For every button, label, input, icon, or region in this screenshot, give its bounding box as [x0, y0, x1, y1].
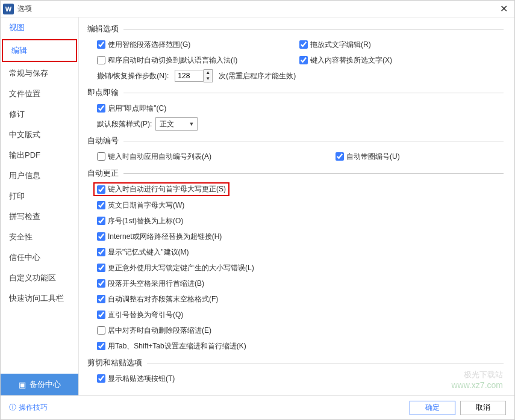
lightbulb-icon: ⓘ: [9, 403, 16, 413]
sidebar-item-general[interactable]: 常规与保存: [1, 63, 78, 84]
sidebar-item-edit[interactable]: 编辑: [2, 39, 77, 62]
sidebar-item-revision[interactable]: 修订: [1, 104, 78, 125]
cb-switch-ime: [97, 56, 105, 64]
cb-first-line-indent: [97, 279, 105, 288]
default-para-select[interactable]: 正文: [155, 117, 198, 131]
tips-link[interactable]: ⓘ 操作技巧: [9, 403, 48, 413]
sidebar-item-view[interactable]: 视图: [1, 17, 78, 38]
checkbox-trailing-space[interactable]: 自动调整右对齐段落末空格格式(F): [97, 292, 504, 306]
checkbox-hyperlink[interactable]: Internet或网络路径替换为超链接(H): [97, 230, 504, 243]
undo-steps-input[interactable]: ▲ ▼: [175, 69, 213, 82]
cb-circle-number: [336, 152, 344, 161]
backup-icon: ▣: [19, 380, 26, 389]
cb-smart-paragraph: [97, 40, 105, 49]
backup-center-button[interactable]: ▣ 备份中心: [1, 374, 78, 395]
backup-label: 备份中心: [30, 379, 61, 390]
cancel-button[interactable]: 取消: [460, 401, 506, 415]
footer: ⓘ 操作技巧 确定 取消: [1, 395, 514, 419]
checkbox-cap-first[interactable]: 键入时自动进行句首字母大写更正(S): [93, 182, 229, 196]
sidebar-item-quick-access[interactable]: 快速访问工具栏: [1, 288, 78, 309]
sidebar-item-file-location[interactable]: 文件位置: [1, 84, 78, 104]
cb-capslock-fix: [97, 264, 105, 272]
undo-steps-label: 撤销/恢复操作步数(N):: [97, 71, 169, 81]
checkbox-enable-click[interactable]: 启用"即点即输"(C): [97, 102, 504, 115]
checkbox-drag-text-edit[interactable]: 拖放式文字编辑(R): [299, 40, 504, 50]
sidebar-item-customize-ribbon[interactable]: 自定义功能区: [1, 268, 78, 288]
checkbox-first-line-indent[interactable]: 段落开头空格采用行首缩进(B): [97, 277, 504, 290]
cb-smart-quotes: [97, 310, 105, 319]
section-title-auto-number: 自动编号: [87, 135, 504, 146]
section-title-click-type: 即点即输: [87, 87, 504, 98]
spin-down-icon[interactable]: ▼: [204, 76, 212, 82]
cb-weekday-cap: [97, 201, 105, 209]
checkbox-weekday-cap[interactable]: 英文日期首字母大写(W): [97, 199, 504, 212]
sidebar-item-chinese-layout[interactable]: 中文版式: [1, 125, 78, 145]
cb-show-paste-btn: [97, 374, 105, 383]
content-panel: 编辑选项 使用智能段落选择范围(G) 拖放式文字编辑(R) 程序启动时自: [79, 17, 514, 395]
checkbox-smart-quotes[interactable]: 直引号替换为弯引号(Q): [97, 308, 504, 321]
checkbox-memory-typing[interactable]: 显示"记忆式键入"建议(M): [97, 246, 504, 259]
cb-apply-list: [97, 152, 105, 161]
cb-remove-indent-center: [97, 326, 105, 335]
checkbox-tab-indent[interactable]: 用Tab、Shift+Tab设置左缩进和首行缩进(K): [97, 339, 504, 353]
window-title: 选项: [17, 4, 495, 14]
cb-hyperlink: [97, 232, 105, 241]
undo-steps-note: 次(需重启程序才能生效): [219, 71, 296, 81]
default-para-label: 默认段落样式(P):: [97, 119, 152, 129]
sidebar-item-output-pdf[interactable]: 输出PDF: [1, 145, 78, 165]
cb-trailing-space: [97, 295, 105, 303]
sidebar-item-trust-center[interactable]: 信任中心: [1, 247, 78, 268]
checkbox-remove-indent-center[interactable]: 居中对齐时自动删除段落缩进(E): [97, 324, 504, 337]
sidebar: 视图 编辑 常规与保存 文件位置 修订 中文版式 输出PDF 用户信息 打印 拼…: [1, 17, 79, 395]
cb-ordinal: [97, 217, 105, 225]
checkbox-show-paste-btn[interactable]: 显示粘贴选项按钮(T): [97, 372, 504, 385]
section-title-edit: 编辑选项: [87, 23, 504, 34]
checkbox-replace-selection[interactable]: 键入内容替换所选文字(X): [299, 55, 504, 66]
spin-up-icon[interactable]: ▲: [204, 70, 212, 76]
cb-replace-selection: [299, 56, 308, 64]
checkbox-circle-number[interactable]: 自动带圈编号(U): [336, 152, 504, 162]
section-title-cut-paste: 剪切和粘贴选项: [87, 357, 504, 368]
cb-enable-click: [97, 104, 105, 113]
sidebar-item-user-info[interactable]: 用户信息: [1, 165, 78, 186]
sidebar-item-print[interactable]: 打印: [1, 186, 78, 206]
titlebar: W 选项 ✕: [1, 1, 514, 17]
cb-cap-first: [97, 185, 105, 194]
section-title-auto-correct: 自动更正: [87, 168, 504, 179]
checkbox-capslock-fix[interactable]: 更正意外使用大写锁定键产生的大小写错误(L): [97, 261, 504, 274]
ok-button[interactable]: 确定: [410, 401, 455, 415]
checkbox-ordinal[interactable]: 序号(1st)替换为上标(O): [97, 214, 504, 227]
close-icon[interactable]: ✕: [495, 3, 512, 14]
sidebar-item-security[interactable]: 安全性: [1, 227, 78, 247]
cb-drag-text: [299, 40, 308, 49]
checkbox-switch-ime[interactable]: 程序启动时自动切换到默认语言输入法(I): [97, 55, 296, 66]
undo-steps-field: [175, 70, 204, 82]
cb-memory-typing: [97, 248, 105, 256]
cb-tab-indent: [97, 342, 105, 350]
app-icon: W: [3, 4, 14, 14]
checkbox-apply-list[interactable]: 键入时自动应用自动编号列表(A): [97, 152, 332, 162]
sidebar-item-spellcheck[interactable]: 拼写检查: [1, 206, 78, 227]
checkbox-smart-paragraph[interactable]: 使用智能段落选择范围(G): [97, 40, 296, 50]
